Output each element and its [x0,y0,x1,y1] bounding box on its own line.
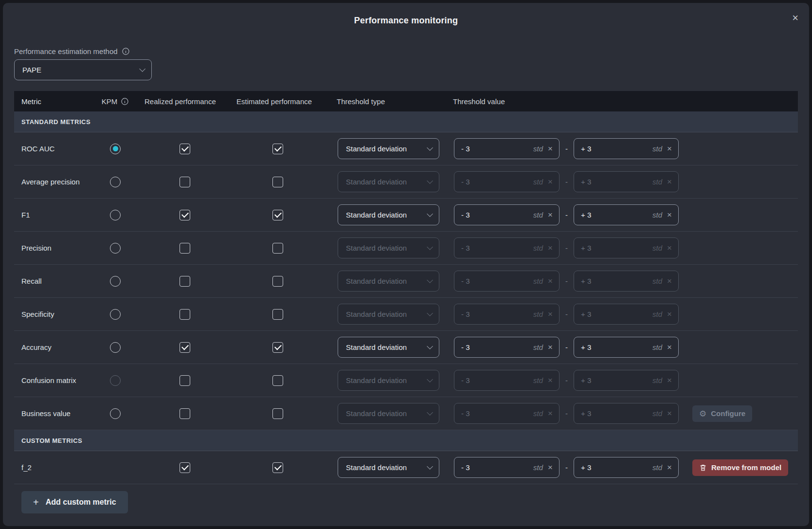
metric-label: f_2 [21,463,32,472]
lower-threshold-input[interactable]: - 3 std × [454,237,559,258]
info-icon[interactable] [122,47,130,55]
lower-threshold-input[interactable]: - 3 std × [454,403,559,424]
threshold-type-select[interactable]: Standard deviation [338,403,439,424]
clear-icon[interactable]: × [548,211,553,219]
performance-monitoring-dialog: × Performance monitoring Performance est… [3,3,809,526]
threshold-type-select[interactable]: Standard deviation [338,304,439,325]
kpm-radio[interactable] [110,309,121,320]
threshold-type-value: Standard deviation [346,376,407,384]
kpm-radio[interactable] [110,243,121,254]
upper-threshold-input[interactable]: + 3 std × [574,370,679,391]
realized-checkbox[interactable] [180,309,190,320]
clear-icon[interactable]: × [667,376,672,384]
threshold-type-select[interactable]: Standard deviation [338,138,439,159]
close-icon[interactable]: × [790,11,800,25]
estimated-checkbox[interactable] [272,177,283,187]
clear-icon[interactable]: × [667,343,672,351]
lower-threshold-input[interactable]: - 3 std × [454,370,559,391]
clear-icon[interactable]: × [548,463,553,472]
upper-threshold-input[interactable]: + 3 std × [574,304,679,325]
upper-threshold-value: + 3 [581,463,648,472]
threshold-type-select[interactable]: Standard deviation [338,370,439,391]
clear-icon[interactable]: × [667,244,672,252]
estimated-checkbox[interactable] [272,276,283,287]
upper-threshold-input[interactable]: + 3 std × [574,457,679,478]
realized-checkbox[interactable] [180,462,190,473]
remove-from-model-button[interactable]: Remove from model [692,459,788,476]
upper-threshold-input[interactable]: + 3 std × [574,337,679,358]
threshold-type-select[interactable]: Standard deviation [338,457,439,478]
realized-checkbox[interactable] [180,276,190,287]
upper-threshold-input[interactable]: + 3 std × [574,204,679,225]
kpm-radio[interactable] [110,177,121,187]
clear-icon[interactable]: × [548,376,553,384]
realized-checkbox[interactable] [180,177,190,187]
kpm-radio[interactable] [110,375,121,386]
clear-icon[interactable]: × [667,211,672,219]
lower-threshold-input[interactable]: - 3 std × [454,304,559,325]
kpm-radio[interactable] [110,210,121,220]
clear-icon[interactable]: × [667,277,672,285]
info-icon[interactable] [121,97,129,106]
clear-icon[interactable]: × [667,409,672,418]
upper-threshold-input[interactable]: + 3 std × [574,171,679,192]
clear-icon[interactable]: × [667,463,672,472]
upper-threshold-input[interactable]: + 3 std × [574,403,679,424]
estimated-checkbox[interactable] [272,408,283,419]
metric-label: Average precision [21,178,80,186]
estimated-checkbox[interactable] [272,375,283,386]
threshold-unit: std [533,463,543,472]
estimated-checkbox[interactable] [272,342,283,353]
realized-checkbox[interactable] [180,210,190,220]
estimated-checkbox[interactable] [272,462,283,473]
section-header: CUSTOM METRICS [14,430,798,451]
lower-threshold-input[interactable]: - 3 std × [454,337,559,358]
upper-threshold-value: + 3 [581,244,648,252]
lower-threshold-input[interactable]: - 3 std × [454,138,559,159]
threshold-unit: std [533,211,543,219]
estimated-checkbox[interactable] [272,309,283,320]
estimated-checkbox[interactable] [272,210,283,220]
metric-label: Recall [21,277,42,285]
clear-icon[interactable]: × [667,145,672,153]
clear-icon[interactable]: × [548,244,553,252]
realized-checkbox[interactable] [180,375,190,386]
threshold-unit: std [533,277,543,285]
lower-threshold-input[interactable]: - 3 std × [454,457,559,478]
configure-button[interactable]: ⚙ Configure [692,405,752,422]
lower-threshold-input[interactable]: - 3 std × [454,204,559,225]
realized-checkbox[interactable] [180,342,190,353]
realized-checkbox[interactable] [180,144,190,154]
lower-threshold-input[interactable]: - 3 std × [454,271,559,292]
threshold-type-select[interactable]: Standard deviation [338,204,439,225]
realized-checkbox[interactable] [180,243,190,254]
upper-threshold-input[interactable]: + 3 std × [574,138,679,159]
kpm-radio[interactable] [110,408,121,419]
upper-threshold-input[interactable]: + 3 std × [574,237,679,258]
threshold-type-select[interactable]: Standard deviation [338,337,439,358]
clear-icon[interactable]: × [548,277,553,285]
lower-threshold-input[interactable]: - 3 std × [454,171,559,192]
threshold-type-select[interactable]: Standard deviation [338,237,439,258]
clear-icon[interactable]: × [548,145,553,153]
clear-icon[interactable]: × [548,409,553,418]
header-kpm: KPM [91,97,140,106]
estimation-method-select[interactable]: PAPE [14,59,152,80]
clear-icon[interactable]: × [667,178,672,186]
clear-icon[interactable]: × [548,178,553,186]
estimated-checkbox[interactable] [272,243,283,254]
upper-threshold-input[interactable]: + 3 std × [574,271,679,292]
threshold-type-value: Standard deviation [346,343,407,351]
kpm-radio[interactable] [110,342,121,353]
threshold-unit: std [533,145,543,153]
clear-icon[interactable]: × [667,310,672,318]
threshold-type-select[interactable]: Standard deviation [338,271,439,292]
clear-icon[interactable]: × [548,343,553,351]
kpm-radio[interactable] [110,144,121,154]
estimated-checkbox[interactable] [272,144,283,154]
kpm-radio[interactable] [110,276,121,287]
threshold-type-select[interactable]: Standard deviation [338,171,439,192]
add-custom-metric-button[interactable]: + Add custom metric [21,491,128,513]
realized-checkbox[interactable] [180,408,190,419]
clear-icon[interactable]: × [548,310,553,318]
